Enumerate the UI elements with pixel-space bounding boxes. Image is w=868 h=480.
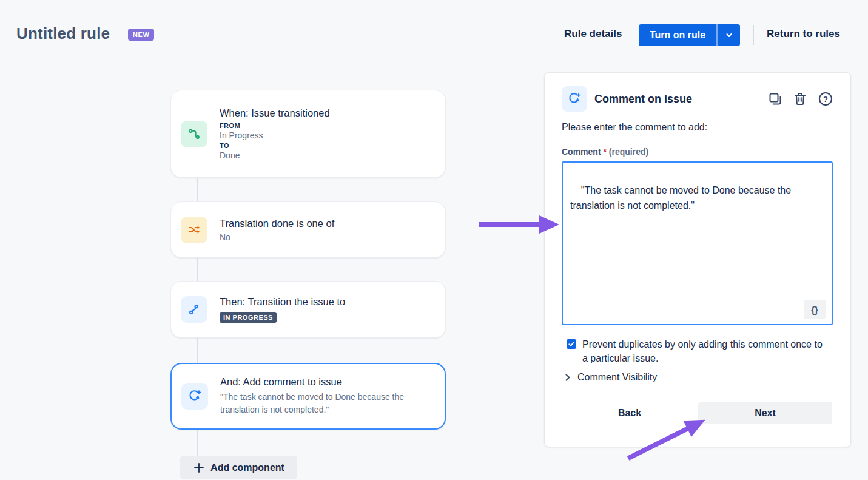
prevent-duplicates-label: Prevent duplicates by only adding this c… — [582, 337, 830, 365]
flow-connector — [197, 429, 198, 456]
shuffle-branch-icon — [181, 217, 207, 243]
add-component-label: Add component — [210, 462, 284, 473]
comment-visibility-expander[interactable]: Comment Visibility — [564, 372, 657, 383]
comment-textarea[interactable]: "The task cannot be moved to Done becaus… — [562, 161, 833, 325]
chevron-right-icon — [564, 373, 571, 382]
turn-on-rule-dropdown-button[interactable] — [716, 24, 740, 46]
help-icon: ? — [818, 91, 833, 107]
text-caret — [695, 200, 696, 211]
duplicate-icon — [768, 92, 782, 106]
comment-card-subtitle: "The task cannot be moved to Done becaus… — [220, 391, 431, 416]
required-hint: (required) — [609, 147, 648, 157]
from-label: FROM — [220, 122, 445, 129]
s-curve-transition-icon — [181, 296, 207, 323]
to-value: Done — [220, 150, 445, 160]
comment-visibility-label: Comment Visibility — [577, 372, 657, 383]
to-label: TO — [220, 142, 445, 149]
turn-on-rule-button[interactable]: Turn on rule — [639, 24, 716, 46]
flow-connector — [197, 178, 198, 201]
panel-title: Comment on issue — [594, 93, 768, 106]
required-asterisk: * — [603, 147, 606, 157]
comment-label-text: Comment — [562, 147, 601, 157]
new-badge: NEW — [128, 29, 154, 41]
comment-field-label: Comment * (required) — [562, 147, 648, 157]
trigger-card-issue-transitioned[interactable]: When: Issue transitioned FROM In Progres… — [170, 90, 446, 178]
action-card-transition-issue[interactable]: Then: Transition the issue to IN PROGRES… — [170, 281, 446, 338]
comment-config-panel: Comment on issue — [544, 72, 851, 447]
panel-description: Please enter the comment to add: — [562, 122, 707, 133]
panel-header: Comment on issue — [562, 86, 833, 112]
condition-card-translation-done[interactable]: Translation done is one of No — [170, 201, 446, 258]
issue-transitioned-icon — [181, 121, 207, 147]
from-value: In Progress — [220, 130, 445, 140]
prevent-duplicates-checkbox[interactable] — [567, 339, 576, 349]
comment-add-icon — [562, 86, 587, 112]
condition-card-value: No — [220, 232, 445, 242]
prevent-duplicates-row: Prevent duplicates by only adding this c… — [567, 337, 833, 365]
comment-text: "The task cannot be moved to Done becaus… — [570, 185, 794, 211]
page-title: Untitled rule — [16, 24, 110, 43]
trigger-card-title: When: Issue transitioned — [220, 107, 445, 119]
plus-icon — [193, 462, 205, 474]
comment-card-title: And: Add comment to issue — [220, 376, 445, 388]
next-button[interactable]: Next — [698, 402, 832, 424]
condition-card-title: Translation done is one of — [220, 218, 445, 229]
help-button[interactable]: ? — [818, 91, 833, 107]
return-to-rules-button[interactable]: Return to rules — [767, 28, 840, 40]
turn-on-rule-split-button[interactable]: Turn on rule — [639, 24, 740, 46]
svg-text:?: ? — [823, 95, 828, 104]
chevron-down-icon — [725, 31, 733, 39]
duplicate-button[interactable] — [768, 92, 782, 106]
rule-details-button[interactable]: Rule details — [564, 28, 622, 40]
header-divider — [753, 25, 754, 45]
add-component-button[interactable]: Add component — [180, 456, 297, 479]
flow-connector — [197, 338, 198, 363]
status-lozenge-in-progress: IN PROGRESS — [220, 312, 277, 323]
comment-add-icon — [181, 383, 208, 410]
smart-values-button[interactable]: {} — [804, 300, 826, 319]
action-card-add-comment[interactable]: And: Add comment to issue "The task cann… — [170, 363, 446, 430]
delete-button[interactable] — [793, 92, 807, 106]
action-card-title: Then: Transition the issue to — [220, 296, 445, 308]
back-button[interactable]: Back — [605, 402, 654, 424]
trash-icon — [793, 92, 807, 106]
flow-connector — [197, 258, 198, 281]
